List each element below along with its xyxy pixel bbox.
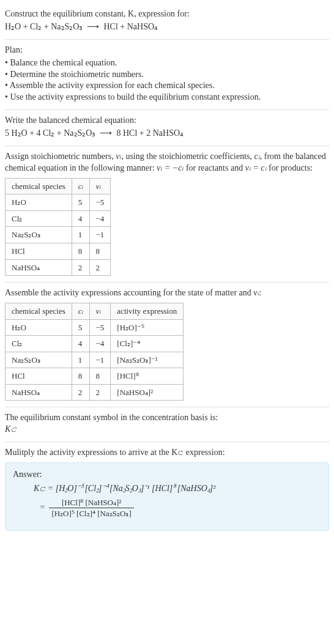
symbol-section: The equilibrium constant symbol in the c… (5, 407, 329, 442)
stoich-text-part: Assign stoichiometric numbers, (5, 152, 116, 161)
balanced-equation: 5 H₂O + 4 Cl₂ + Na₂S₂O₃ ⟶ 8 HCl + 2 NaHS… (5, 128, 329, 139)
cell: 2 (89, 259, 111, 276)
cell: [HCl]⁸ (111, 368, 184, 385)
table-row: HCl88 (6, 243, 111, 259)
plan-section: Plan: • Balance the chemical equation. •… (5, 40, 329, 110)
plan-item-text: Assemble the activity expression for eac… (10, 81, 215, 90)
activity-table: chemical species cᵢ νᵢ activity expressi… (5, 303, 184, 401)
intro-equation: H₂O + Cl₂ + Na₂S₂O₃ ⟶ HCl + NaHSO₄ (5, 21, 329, 33)
plan-item: • Determine the stoichiometric numbers. (5, 69, 329, 81)
balanced-section: Write the balanced chemical equation: 5 … (5, 110, 329, 146)
cell: Cl₂ (6, 210, 72, 227)
cell: −1 (89, 352, 111, 368)
stoich-table: chemical species cᵢ νᵢ H₂O5−5 Cl₂4−4 Na₂… (5, 178, 111, 276)
table-row: NaHSO₄22 (6, 259, 111, 276)
answer-line2: = [HCl]⁸ [NaHSO₄]² [H₂O]⁵ [Cl₂]⁴ [Na₂S₂O… (34, 497, 321, 519)
cell: 8 (89, 243, 111, 259)
col-species: chemical species (6, 303, 72, 319)
cell: [H₂O]⁻⁵ (111, 319, 184, 336)
plan-item-text: Determine the stoichiometric numbers. (10, 70, 144, 79)
table-row: Cl₂4−4[Cl₂]⁻⁴ (6, 336, 184, 352)
col-nui: νᵢ (89, 178, 111, 194)
table-row: HCl88[HCl]⁸ (6, 368, 184, 385)
cell: Na₂S₂O₃ (6, 227, 72, 243)
stoich-text: Assign stoichiometric numbers, νᵢ, using… (5, 151, 329, 174)
plan-item-text: Use the activity expressions to build th… (10, 92, 261, 102)
fraction-num: [HCl]⁸ [NaHSO₄]² (49, 497, 133, 509)
col-ci: cᵢ (72, 303, 89, 319)
plan-item: • Assemble the activity expression for e… (5, 80, 329, 92)
plan-item: • Balance the chemical equation. (5, 57, 329, 69)
stoich-text-part: for reactants and (184, 163, 245, 172)
kc-symbol: K𝚌 (5, 424, 329, 435)
cell: −1 (89, 227, 111, 243)
eq-sign: = (40, 503, 45, 512)
fraction: [HCl]⁸ [NaHSO₄]² [H₂O]⁵ [Cl₂]⁴ [Na₂S₂O₃] (49, 497, 133, 519)
stoich-text-part: for products: (267, 163, 313, 172)
cell: 8 (72, 368, 89, 385)
cell: H₂O (6, 194, 72, 211)
intro-section: Construct the equilibrium constant, K, e… (5, 4, 329, 40)
cell: −4 (89, 336, 111, 352)
col-nui: νᵢ (89, 303, 111, 319)
answer-line1: K𝚌 = [H₂O]⁻⁵ [Cl₂]⁻⁴ [Na₂S₂O₃]⁻¹ [HCl]⁸ … (34, 483, 321, 495)
cell: Na₂S₂O₃ (6, 352, 72, 368)
stoich-text-part: , using the stoichiometric coefficients, (121, 152, 254, 161)
intro-eq-lhs: H₂O + Cl₂ + Na₂S₂O₃ (5, 22, 83, 31)
table-row: Na₂S₂O₃1−1[Na₂S₂O₃]⁻¹ (6, 352, 184, 368)
cell: 8 (89, 368, 111, 385)
stoich-rel2: νᵢ = cᵢ (245, 163, 267, 172)
arrow-icon: ⟶ (87, 22, 99, 31)
multiply-section: Mulitply the activity expressions to arr… (5, 442, 329, 537)
table-row: NaHSO₄22[NaHSO₄]² (6, 384, 184, 401)
cell: −5 (89, 319, 111, 336)
table-row: H₂O5−5[H₂O]⁻⁵ (6, 319, 184, 336)
balanced-heading: Write the balanced chemical equation: (5, 115, 329, 127)
cell: 1 (72, 352, 89, 368)
cell: [NaHSO₄]² (111, 384, 184, 401)
intro-heading: Construct the equilibrium constant, K, e… (5, 9, 329, 20)
cell: NaHSO₄ (6, 384, 72, 401)
col-activity: activity expression (111, 303, 184, 319)
table-header-row: chemical species cᵢ νᵢ (6, 178, 111, 194)
symbol-line1: The equilibrium constant symbol in the c… (5, 412, 329, 424)
intro-line1: Construct the equilibrium constant, K, e… (5, 9, 190, 18)
col-ci: cᵢ (72, 178, 89, 194)
cell: −5 (89, 194, 111, 211)
fraction-den: [H₂O]⁵ [Cl₂]⁴ [Na₂S₂O₃] (49, 508, 133, 519)
cell: 5 (72, 194, 89, 211)
cell: [Cl₂]⁻⁴ (111, 336, 184, 352)
cell: 2 (72, 384, 89, 401)
c-i-symbol: cᵢ (254, 152, 260, 161)
activity-section: Assemble the activity expressions accoun… (5, 283, 329, 407)
cell: HCl (6, 368, 72, 385)
plan-item: • Use the activity expressions to build … (5, 92, 329, 103)
table-row: Cl₂4−4 (6, 210, 111, 227)
arrow-icon: ⟶ (100, 128, 112, 138)
cell: 8 (72, 243, 89, 259)
cell: H₂O (6, 319, 72, 336)
stoich-rel1: νᵢ = −cᵢ (157, 163, 184, 172)
cell: NaHSO₄ (6, 259, 72, 276)
cell: Cl₂ (6, 336, 72, 352)
cell: [Na₂S₂O₃]⁻¹ (111, 352, 184, 368)
answer-box: Answer: K𝚌 = [H₂O]⁻⁵ [Cl₂]⁻⁴ [Na₂S₂O₃]⁻¹… (5, 462, 329, 531)
col-species: chemical species (6, 178, 72, 194)
cell: 5 (72, 319, 89, 336)
plan-item-text: Balance the chemical equation. (10, 58, 117, 67)
activity-heading: Assemble the activity expressions accoun… (5, 287, 329, 299)
cell: 2 (72, 259, 89, 276)
cell: HCl (6, 243, 72, 259)
kc-eq-expr: K𝚌 = [H₂O]⁻⁵ [Cl₂]⁻⁴ [Na₂S₂O₃]⁻¹ [HCl]⁸ … (34, 484, 215, 493)
table-header-row: chemical species cᵢ νᵢ activity expressi… (6, 303, 184, 319)
multiply-heading: Mulitply the activity expressions to arr… (5, 447, 329, 459)
cell: 1 (72, 227, 89, 243)
cell: 4 (72, 336, 89, 352)
plan-heading: Plan: (5, 45, 329, 56)
cell: −4 (89, 210, 111, 227)
balanced-lhs: 5 H₂O + 4 Cl₂ + Na₂S₂O₃ (5, 128, 95, 138)
stoich-section: Assign stoichiometric numbers, νᵢ, using… (5, 146, 329, 283)
cell: 4 (72, 210, 89, 227)
intro-eq-rhs: HCl + NaHSO₄ (103, 22, 158, 31)
table-row: H₂O5−5 (6, 194, 111, 211)
